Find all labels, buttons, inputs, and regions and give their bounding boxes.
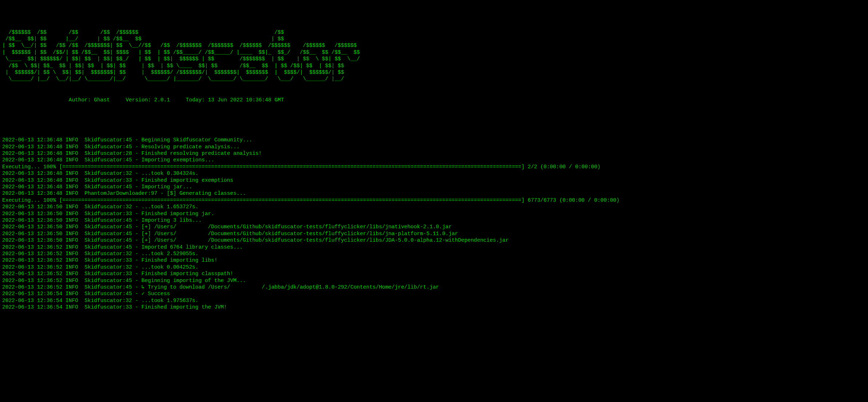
log-line: 2022-06-13 12:36:54 INFO Skidfuscator:45…: [2, 290, 866, 297]
log-line: 2022-06-13 12:36:50 INFO Skidfuscator:45…: [2, 230, 866, 237]
log-line: 2022-06-13 12:36:50 INFO Skidfuscator:33…: [2, 210, 866, 217]
blank-line: [2, 110, 866, 117]
log-line: 2022-06-13 12:36:52 INFO Skidfuscator:45…: [2, 244, 866, 250]
log-line: 2022-06-13 12:36:48 INFO Skidfuscator:32…: [2, 170, 866, 177]
log-line: 2022-06-13 12:36:52 INFO Skidfuscator:45…: [2, 284, 866, 290]
log-line: 2022-06-13 12:36:52 INFO Skidfuscator:33…: [2, 257, 866, 264]
log-line: 2022-06-13 12:36:48 INFO Skidfuscator:28…: [2, 150, 866, 157]
log-line: 2022-06-13 12:36:48 INFO Skidfuscator:33…: [2, 177, 866, 184]
log-line: 2022-06-13 12:36:48 INFO Skidfuscator:45…: [2, 184, 866, 190]
version-label: Version:: [126, 97, 151, 103]
author-label: Author:: [69, 97, 91, 103]
log-line: 2022-06-13 12:36:50 INFO Skidfuscator:45…: [2, 224, 866, 230]
today-label: Today:: [186, 97, 205, 103]
author-value: Ghast: [94, 97, 110, 103]
log-line: 2022-06-13 12:36:48 INFO Skidfuscator:45…: [2, 144, 866, 150]
log-line: 2022-06-13 12:36:54 INFO Skidfuscator:32…: [2, 297, 866, 304]
log-line: 2022-06-13 12:36:50 INFO Skidfuscator:45…: [2, 237, 866, 244]
log-line: 2022-06-13 12:36:54 INFO Skidfuscator:33…: [2, 304, 866, 310]
log-line: 2022-06-13 12:36:48 INFO Skidfuscator:45…: [2, 137, 866, 143]
log-line: 2022-06-13 12:36:52 INFO Skidfuscator:32…: [2, 250, 866, 257]
log-output[interactable]: 2022-06-13 12:36:48 INFO Skidfuscator:45…: [2, 137, 866, 311]
ascii-art-banner: /$$$$$$ /$$ /$$ /$$ /$$$$$$ /$$ /$$__ $$…: [2, 29, 866, 83]
blank-line: [2, 123, 866, 130]
version-value: 2.0.1: [154, 97, 170, 103]
log-line: 2022-06-13 12:36:48 INFO Skidfuscator:45…: [2, 157, 866, 163]
log-line: 2022-06-13 12:36:50 INFO Skidfuscator:32…: [2, 204, 866, 210]
progress-bar: Executing... 100% [=====================…: [2, 164, 866, 170]
today-value: 13 Jun 2022 10:36:48 GMT: [208, 97, 284, 103]
banner-info-line: Author: Ghast Version: 2.0.1 Today: 13 J…: [2, 90, 866, 103]
log-line: 2022-06-13 12:36:50 INFO Skidfuscator:45…: [2, 217, 866, 224]
log-line: 2022-06-13 12:36:52 INFO Skidfuscator:32…: [2, 264, 866, 270]
log-line: 2022-06-13 12:36:48 INFO PhantomJarDownl…: [2, 190, 866, 197]
log-line: 2022-06-13 12:36:52 INFO Skidfuscator:33…: [2, 270, 866, 277]
log-line: 2022-06-13 12:36:52 INFO Skidfuscator:45…: [2, 277, 866, 284]
progress-bar: Executing... 100% [=====================…: [2, 197, 866, 204]
